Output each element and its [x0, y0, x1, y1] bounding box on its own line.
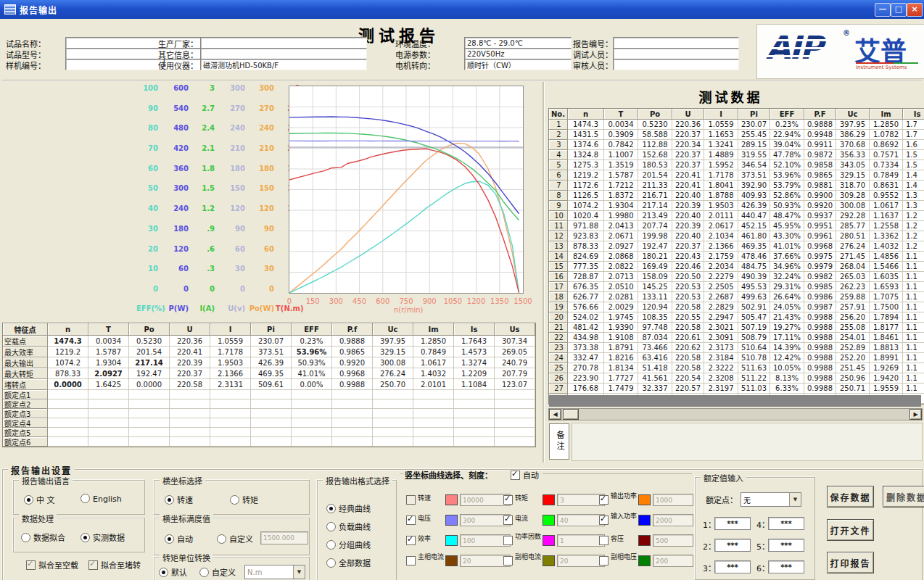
delete-data-button[interactable]: 删除数据 — [883, 486, 924, 508]
row-number: 26 — [549, 373, 568, 384]
cell: 220.41 — [672, 181, 704, 191]
cell: 220.37 — [170, 368, 210, 379]
checkbox-curve-7[interactable] — [406, 536, 416, 545]
cell: 268.04 — [836, 262, 870, 272]
cell: 329.15 — [836, 170, 870, 181]
radio-custom-unit[interactable]: 自定义 — [199, 566, 236, 578]
checkbox-curve-8[interactable] — [503, 536, 513, 545]
cell: 0.9920 — [804, 201, 836, 211]
cell: 1.1 — [903, 373, 924, 384]
cell: 51.418 — [638, 363, 672, 373]
field-input[interactable] — [613, 37, 739, 49]
cell: 0.23% — [770, 120, 804, 130]
field-input[interactable] — [200, 37, 367, 49]
field-input[interactable]: 顺时针（CW） — [464, 59, 572, 70]
rated-field-input[interactable]: *** — [714, 539, 751, 552]
x-axis-tick: 300 — [329, 297, 343, 305]
cell: 478.46 — [738, 252, 770, 262]
chevron-down-icon[interactable]: ▼ — [789, 493, 801, 506]
row-number: 6 — [549, 170, 568, 181]
radio-load-curves[interactable]: 负载曲线 — [326, 521, 371, 532]
save-data-button[interactable]: 保存数据 — [827, 486, 874, 508]
radio-measured-data[interactable]: 实测数据 — [81, 531, 125, 543]
feature-row-label: 额定点6 — [3, 437, 48, 447]
radio-english[interactable]: English — [81, 494, 122, 504]
close-button[interactable]: × — [907, 3, 923, 17]
torque-unit-dropdown[interactable]: N.m ▼ — [244, 565, 305, 579]
cell — [413, 428, 454, 437]
curve-输出功率 Po — [289, 144, 519, 293]
curve-scale-input: 20 — [557, 555, 605, 567]
cell: 1219.2 — [568, 170, 604, 181]
checkbox-curve-4[interactable] — [406, 515, 416, 525]
fullscale-value-input: 1500.000 — [260, 531, 308, 544]
field-input[interactable] — [200, 48, 367, 59]
radio-classic-curves[interactable]: 经典曲线 — [326, 502, 371, 514]
cell: 180.53 — [638, 160, 672, 170]
cell: 2.3021 — [704, 323, 738, 333]
checkbox-curve-6[interactable] — [599, 515, 609, 525]
axis-tick: 270 — [247, 104, 274, 112]
cell: 1.1 — [903, 384, 924, 394]
axis-tick: 120 — [247, 204, 274, 212]
axis-tick: 10 — [136, 265, 158, 273]
field-input[interactable]: 磁滞测功机HD-50KB/F — [200, 59, 367, 70]
rated-field-input[interactable]: *** — [768, 517, 804, 530]
remarks-area[interactable] — [572, 423, 923, 461]
scroll-left-icon[interactable]: ◀ — [549, 409, 561, 420]
radio-data-fit[interactable]: 数据拟合 — [21, 531, 65, 543]
radio-all-data[interactable]: 全部数据 — [326, 557, 371, 568]
maximize-button[interactable]: □ — [891, 3, 907, 17]
horizontal-scrollbar[interactable]: ◀ ▶ — [548, 408, 923, 420]
curve-scale-input: 1 — [557, 534, 605, 547]
chevron-down-icon[interactable]: ▼ — [293, 566, 305, 579]
radio-default-unit[interactable]: 默认 — [159, 566, 187, 578]
cell: 495.53 — [738, 282, 770, 292]
radio-custom[interactable]: 自定义 — [217, 533, 253, 544]
open-file-button[interactable]: 打开文件 — [827, 519, 874, 541]
checkbox-curve-5[interactable] — [503, 515, 513, 525]
checkbox-curve-2[interactable] — [503, 495, 513, 505]
cell: 373.51 — [251, 347, 292, 357]
radio-torque[interactable]: 转矩 — [230, 494, 258, 505]
cell: 0.7849 — [413, 347, 454, 357]
radio-auto[interactable]: 自动 — [165, 533, 193, 544]
rated-point-dropdown[interactable]: 无 ▼ — [741, 492, 801, 507]
axis-tick: 60 — [247, 245, 274, 253]
radio-speed[interactable]: 转速 — [165, 494, 193, 505]
rated-field-input[interactable]: *** — [768, 560, 804, 573]
print-report-button[interactable]: 打印报告 — [827, 552, 874, 573]
checkbox-curve-9[interactable] — [599, 536, 609, 545]
test-data-table[interactable]: No.nTPoUIPiEFFP.FUcImIs11474.30.00340.52… — [548, 108, 924, 405]
radio-grouped-curves[interactable]: 分组曲线 — [326, 539, 371, 550]
cell: 319.55 — [738, 150, 770, 160]
rated-field-input[interactable]: *** — [714, 560, 751, 573]
rated-field-input[interactable]: *** — [714, 517, 751, 530]
minimize-button[interactable]: — — [875, 3, 891, 17]
radio-chinese[interactable]: 中 文 — [24, 494, 55, 505]
cell: 2.0713 — [604, 272, 638, 282]
checkbox-curve-12[interactable] — [599, 556, 609, 566]
checkbox-curve-10[interactable] — [406, 556, 416, 566]
checkbox-auto-scale[interactable]: 自动 — [511, 469, 539, 481]
checkbox-curve-3[interactable] — [599, 495, 609, 505]
cell: 254.01 — [836, 333, 870, 343]
cell: 270.78 — [568, 363, 604, 373]
cell: 1.9503 — [704, 201, 738, 211]
field-input[interactable]: 220V50Hz — [464, 48, 572, 59]
cell: 1324.8 — [568, 150, 604, 160]
scrollbar-track[interactable] — [579, 409, 909, 420]
rated-field-input[interactable]: *** — [768, 539, 804, 552]
checkbox-curve-11[interactable] — [503, 556, 513, 566]
cell: 50.93% — [292, 357, 332, 368]
cell: 1431.5 — [568, 130, 604, 140]
scroll-right-icon[interactable]: ▶ — [909, 409, 922, 420]
cell: 2.3091 — [704, 333, 738, 343]
cell — [88, 437, 129, 447]
field-input[interactable] — [613, 48, 739, 59]
scrollbar-thumb[interactable] — [563, 409, 579, 420]
field-input[interactable]: 28.8℃ - 29.0℃ — [464, 37, 572, 49]
titlebar[interactable]: 报告输出 — □ × — [0, 0, 924, 19]
field-input[interactable] — [613, 59, 739, 70]
feature-points-table[interactable]: 特征点nTPoUIPiEFFP.fUcImIsUs空载点1474.30.0034… — [2, 323, 536, 447]
